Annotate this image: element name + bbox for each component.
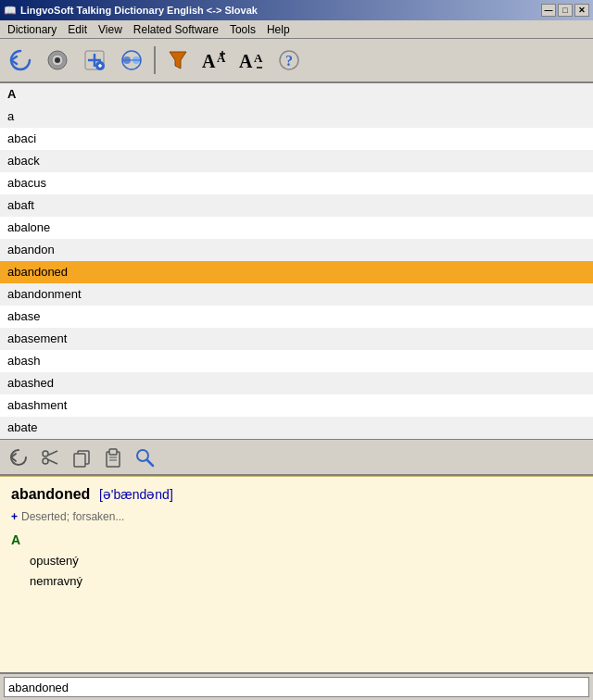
word-item-abacus[interactable]: abacus (0, 172, 593, 194)
toolbar-btn-font-increase[interactable]: AA (198, 44, 232, 77)
toolbar-btn-add[interactable] (78, 44, 111, 77)
list-btn-copy[interactable] (67, 444, 96, 470)
word-item-abashment[interactable]: abashment (0, 394, 593, 417)
definition-header: abandoned [ə'bændənd] (11, 486, 582, 503)
word-item-abash[interactable]: abash (0, 350, 593, 372)
list-btn-scissors[interactable] (35, 444, 65, 470)
svg-point-24 (43, 458, 48, 464)
toolbar-btn-filter[interactable] (161, 44, 195, 77)
maximize-button[interactable]: □ (558, 4, 573, 17)
menu-item-view[interactable]: View (93, 21, 128, 38)
svg-point-23 (43, 451, 48, 456)
svg-text:A: A (254, 51, 263, 65)
undo-icon (8, 447, 29, 468)
definition-translations: opustenýnemravný (30, 551, 582, 592)
menu-item-help[interactable]: Help (261, 21, 296, 38)
menu-bar: DictionaryEditViewRelated SoftwareToolsH… (0, 20, 593, 39)
menu-item-tools[interactable]: Tools (224, 21, 261, 38)
sound-icon (44, 47, 70, 73)
translation-item: opustený (30, 551, 582, 571)
toolbar-btn-translate[interactable] (115, 44, 148, 77)
word-item-abandon[interactable]: abandon (0, 239, 593, 261)
title-controls: — □ ✕ (541, 4, 589, 17)
svg-line-26 (48, 459, 57, 464)
back-icon (7, 47, 33, 73)
search-icon (134, 447, 155, 468)
title-bar: 📖 LingvoSoft Talking Dictionary English … (0, 0, 593, 20)
app-icon: 📖 (4, 5, 17, 17)
svg-line-25 (48, 451, 57, 456)
definition-word: abandoned (11, 486, 90, 502)
font-increase-icon: AA (200, 47, 230, 73)
word-item-a[interactable]: a (0, 106, 593, 128)
list-btn-paste[interactable] (98, 444, 128, 470)
word-item-abandonment[interactable]: abandonment (0, 283, 593, 306)
word-item-aback[interactable]: aback (0, 150, 593, 172)
word-item-abasement[interactable]: abasement (0, 328, 593, 350)
word-item-abandoned[interactable]: abandoned (0, 261, 593, 283)
svg-text:A: A (239, 51, 253, 71)
search-bar (0, 672, 593, 700)
definition-lang: A (11, 532, 582, 547)
menu-item-dictionary[interactable]: Dictionary (2, 21, 62, 38)
svg-text:A: A (202, 51, 216, 71)
svg-text:?: ? (285, 53, 293, 69)
definition-short: + Deserted; forsaken... (11, 510, 582, 523)
menu-item-related-software[interactable]: Related Software (128, 21, 224, 38)
definition-short-text: Deserted; forsaken... (21, 510, 124, 523)
add-icon (82, 47, 107, 73)
definition-panel: abandoned [ə'bændənd] + Deserted; forsak… (0, 476, 593, 672)
svg-line-34 (147, 460, 153, 466)
word-item-abase[interactable]: abase (0, 306, 593, 328)
word-list[interactable]: Aaabaciabackabacusabaftabaloneabandonaba… (0, 83, 593, 439)
translation-item: nemravný (30, 571, 582, 592)
word-item-abalone[interactable]: abalone (0, 217, 593, 239)
toolbar-separator (154, 46, 156, 74)
svg-rect-28 (74, 454, 85, 467)
toolbar-btn-help[interactable]: ? (272, 44, 306, 77)
toolbar-btn-sound[interactable] (41, 44, 74, 77)
list-btn-undo[interactable] (4, 444, 33, 470)
toolbar: AAAA? (0, 39, 593, 83)
menu-item-edit[interactable]: Edit (62, 21, 93, 38)
word-item-abaft[interactable]: abaft (0, 194, 593, 217)
toolbar-btn-back[interactable] (4, 44, 37, 77)
toolbar-btn-font-decrease[interactable]: AA (235, 44, 269, 77)
svg-marker-13 (170, 52, 186, 69)
main-container: Aaabaciabackabacusabaftabaloneabandonaba… (0, 83, 593, 700)
word-list-container: Aaabaciabackabacusabaftabaloneabandonaba… (0, 83, 593, 476)
word-item-abaci[interactable]: abaci (0, 128, 593, 150)
help-icon: ? (276, 47, 302, 73)
list-toolbar (0, 439, 593, 474)
copy-icon (71, 447, 92, 468)
title-bar-left: 📖 LingvoSoft Talking Dictionary English … (4, 5, 258, 17)
word-item-abate[interactable]: abate (0, 417, 593, 439)
definition-phonetic: [ə'bændənd] (99, 487, 173, 502)
font-decrease-icon: AA (237, 47, 267, 73)
word-list-header: A (0, 83, 593, 106)
translate-icon (119, 47, 145, 73)
app-title: LingvoSoft Talking Dictionary English <-… (20, 5, 258, 16)
svg-rect-30 (109, 449, 117, 455)
svg-point-2 (55, 57, 60, 63)
minimize-button[interactable]: — (541, 4, 556, 17)
search-input[interactable] (4, 677, 589, 697)
scissors-icon (40, 447, 60, 468)
close-button[interactable]: ✕ (574, 4, 589, 17)
expand-icon[interactable]: + (11, 510, 18, 523)
paste-icon (103, 447, 123, 468)
word-item-abashed[interactable]: abashed (0, 372, 593, 394)
filter-icon (165, 47, 191, 73)
list-btn-search[interactable] (130, 444, 159, 470)
